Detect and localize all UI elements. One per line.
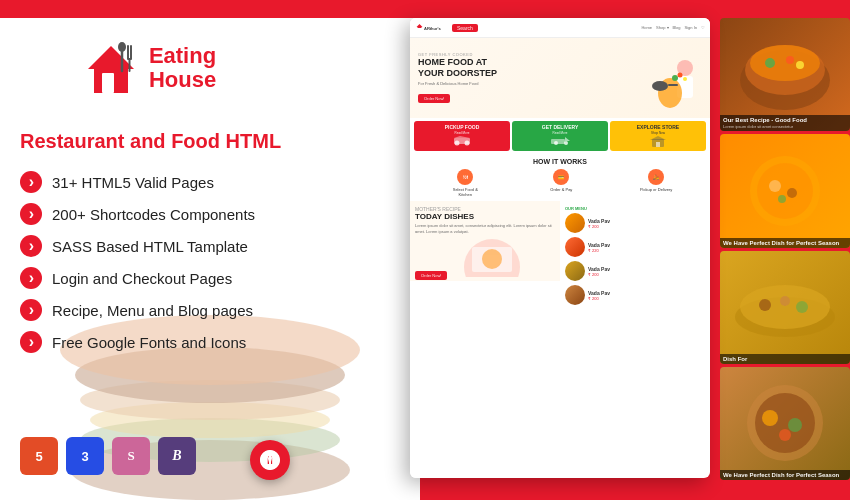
preview-hero-image bbox=[650, 58, 705, 118]
preview-nav-search: Search bbox=[452, 24, 478, 32]
svg-text:M: M bbox=[266, 455, 274, 466]
sass-badge: S bbox=[112, 437, 150, 475]
svg-point-23 bbox=[672, 75, 678, 81]
step-label-1: Select Food & Kitchen bbox=[448, 187, 483, 197]
preview-works-steps: 🍽 Select Food & Kitchen 💳 Order & Pay bbox=[414, 169, 706, 197]
preview-card-delivery: GET DELIVERY Read More bbox=[512, 121, 608, 151]
svg-text:ARthur's: ARthur's bbox=[424, 26, 442, 31]
bullet-icon-1 bbox=[20, 171, 42, 193]
bullet-icon-2 bbox=[20, 203, 42, 225]
svg-rect-36 bbox=[656, 142, 660, 147]
preview-menu-list: Vada Pav ₹ 200 Vada Pav ₹ 220 bbox=[565, 211, 705, 305]
preview-inner: ARthur's Search HomeShop ▾BlogSign In♡ G… bbox=[410, 18, 710, 478]
svg-text:🍽: 🍽 bbox=[463, 174, 468, 180]
preview-order-left: MOTHER'S RECIPE TODAY DISHES Lorem ipsum… bbox=[410, 201, 560, 281]
bullet-icon-4 bbox=[20, 267, 42, 289]
preview-hero-subtitle: For Fresh & Delicious Home Food bbox=[418, 81, 493, 86]
feature-item-6: Free Google Fonts and Icons bbox=[20, 331, 400, 353]
preview-order-section: MOTHER'S RECIPE TODAY DISHES Lorem ipsum… bbox=[410, 201, 710, 281]
logo-text: Eating House bbox=[149, 44, 216, 92]
food-image-1: Our Best Recipe - Good Food Lorem ipsum … bbox=[720, 18, 850, 131]
svg-point-61 bbox=[796, 301, 808, 313]
svg-point-59 bbox=[759, 299, 771, 311]
svg-rect-7 bbox=[102, 73, 114, 93]
preview-cards-row: PICKUP FOOD Read More GET DELIVERY Read … bbox=[410, 118, 710, 154]
svg-point-24 bbox=[678, 73, 683, 78]
svg-point-65 bbox=[788, 418, 802, 432]
svg-point-54 bbox=[769, 180, 781, 192]
svg-point-49 bbox=[765, 58, 775, 68]
menu-item-info-2: Vada Pav ₹ 220 bbox=[588, 242, 705, 253]
marketplace-badge[interactable]: M bbox=[250, 440, 290, 480]
menu-item-info-1: Vada Pav ₹ 200 bbox=[588, 218, 705, 229]
svg-point-51 bbox=[796, 61, 804, 69]
food-placeholder-4: We Have Perfect Dish for Perfect Season bbox=[720, 367, 850, 480]
menu-item-image-2 bbox=[565, 237, 585, 257]
bullet-icon-6 bbox=[20, 331, 42, 353]
svg-point-55 bbox=[787, 188, 797, 198]
svg-point-9 bbox=[118, 42, 126, 52]
svg-point-25 bbox=[683, 77, 687, 81]
top-accent-bar bbox=[0, 0, 420, 18]
bullet-icon-3 bbox=[20, 235, 42, 257]
svg-point-50 bbox=[786, 56, 794, 64]
feature-list: 31+ HTML5 Valid Pages 200+ Shortcodes Co… bbox=[20, 171, 400, 353]
feature-item-4: Login and Checkout Pages bbox=[20, 267, 400, 289]
svg-point-48 bbox=[750, 45, 820, 81]
feature-item-2: 200+ Shortcodes Components bbox=[20, 203, 400, 225]
menu-item-info-4: Vada Pav ₹ 200 bbox=[588, 290, 705, 301]
food-label-4: We Have Perfect Dish for Perfect Season bbox=[720, 470, 850, 480]
preview-how-works: HOW IT WORKS 🍽 Select Food & Kitchen bbox=[410, 154, 710, 201]
food-image-2: We Have Perfect Dish for Perfect Season bbox=[720, 134, 850, 247]
feature-item-1: 31+ HTML5 Valid Pages bbox=[20, 171, 400, 193]
preview-nav-links: HomeShop ▾BlogSign In♡ bbox=[641, 25, 705, 30]
svg-text:💳: 💳 bbox=[558, 174, 565, 181]
preview-how-works-title: HOW IT WORKS bbox=[414, 158, 706, 165]
food-placeholder-1: Our Best Recipe - Good Food Lorem ipsum … bbox=[720, 18, 850, 131]
feature-item-3: SASS Based HTML Tamplate bbox=[20, 235, 400, 257]
preview-navbar: ARthur's Search HomeShop ▾BlogSign In♡ bbox=[410, 18, 710, 38]
preview-order-btn[interactable]: Order Now! bbox=[415, 271, 447, 280]
svg-marker-35 bbox=[650, 136, 666, 140]
menu-item-image-3 bbox=[565, 261, 585, 281]
menu-item-info-3: Vada Pav ₹ 200 bbox=[588, 266, 705, 277]
food-image-3: Dish For bbox=[720, 251, 850, 364]
menu-item-image-1 bbox=[565, 213, 585, 233]
svg-point-45 bbox=[482, 249, 502, 269]
bootstrap-badge: B bbox=[158, 437, 196, 475]
step-icon-2: 💳 bbox=[553, 169, 569, 185]
logo-icon bbox=[84, 41, 139, 96]
preview-card-pickup: PICKUP FOOD Read More bbox=[414, 121, 510, 151]
food-placeholder-2: We Have Perfect Dish for Perfect Season bbox=[720, 134, 850, 247]
preview-hero-text: GET FRESHLY COOKED HOME FOOD AT YOUR DOO… bbox=[418, 52, 498, 104]
food-placeholder-3: Dish For bbox=[720, 251, 850, 364]
right-food-strip: Our Best Recipe - Good Food Lorem ipsum … bbox=[720, 18, 850, 480]
step-icon-3: 🛵 bbox=[648, 169, 664, 185]
bullet-icon-5 bbox=[20, 299, 42, 321]
svg-point-53 bbox=[757, 163, 813, 219]
logo-area: Eating House bbox=[0, 18, 300, 118]
svg-point-60 bbox=[780, 296, 790, 306]
preview-step-3: 🛵 Pickup or Delivery bbox=[640, 169, 672, 197]
food-label-1: Our Best Recipe - Good Food Lorem ipsum … bbox=[720, 115, 850, 131]
html5-badge: 5 bbox=[20, 437, 58, 475]
svg-point-21 bbox=[652, 81, 668, 91]
tech-badges: 5 3 S B bbox=[20, 437, 196, 475]
preview-nav-logo: ARthur's bbox=[415, 22, 445, 34]
svg-marker-33 bbox=[565, 137, 570, 141]
menu-item-row-4: Vada Pav ₹ 200 bbox=[565, 285, 705, 305]
svg-text:🛵: 🛵 bbox=[653, 174, 660, 181]
website-preview: ARthur's Search HomeShop ▾BlogSign In♡ G… bbox=[410, 18, 710, 478]
svg-point-64 bbox=[762, 410, 778, 426]
step-label-3: Pickup or Delivery bbox=[640, 187, 672, 192]
food-label-2: We Have Perfect Dish for Perfect Season bbox=[720, 238, 850, 248]
menu-item-row-1: Vada Pav ₹ 200 bbox=[565, 213, 705, 233]
step-icon-1: 🍽 bbox=[457, 169, 473, 185]
preview-hero-cta[interactable]: Order Now! bbox=[418, 94, 450, 103]
svg-point-56 bbox=[778, 195, 786, 203]
svg-point-58 bbox=[740, 285, 830, 329]
menu-item-image-4 bbox=[565, 285, 585, 305]
food-image-4: We Have Perfect Dish for Perfect Season bbox=[720, 367, 850, 480]
food-label-3: Dish For bbox=[720, 354, 850, 364]
svg-marker-29 bbox=[454, 136, 470, 138]
